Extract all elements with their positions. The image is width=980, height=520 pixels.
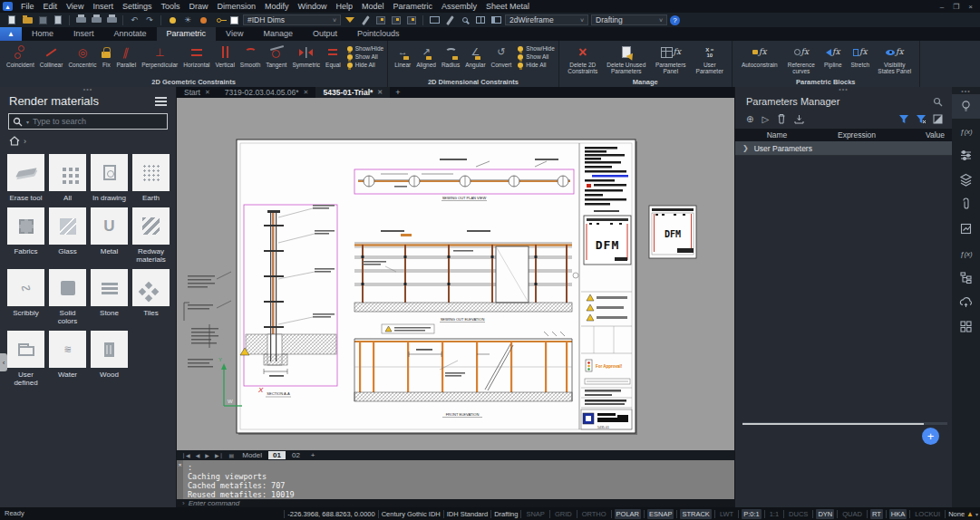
- visibility-states-panel-button[interactable]: ƒxVisibility States Panel: [874, 43, 916, 78]
- smooth-button[interactable]: Smooth: [238, 43, 263, 78]
- components-strip-button[interactable]: [952, 314, 980, 339]
- convert-button[interactable]: ↺Convert: [489, 43, 515, 78]
- material-tile-erase[interactable]: Erase tool: [7, 154, 44, 202]
- print-icon[interactable]: [74, 14, 87, 26]
- panel-collapse-arrow[interactable]: ‹: [0, 353, 7, 371]
- close-icon[interactable]: ✕: [205, 89, 210, 96]
- tab-output[interactable]: Output: [303, 27, 347, 41]
- vertical-button[interactable]: Vertical: [213, 43, 238, 78]
- render-materials-strip-button[interactable]: [952, 94, 980, 119]
- sun-icon[interactable]: ☀: [181, 14, 194, 26]
- toggle-quad[interactable]: QUAD: [840, 509, 864, 519]
- material-tile-tiles[interactable]: Tiles: [132, 269, 170, 325]
- material-tile-metal[interactable]: UMetal: [91, 207, 128, 264]
- import-icon[interactable]: [794, 114, 804, 124]
- material-tile-user-defined[interactable]: User defined: [7, 331, 44, 387]
- toggle-esnap[interactable]: ESNAP: [647, 509, 674, 519]
- home-icon[interactable]: [9, 136, 20, 146]
- toggle-polar[interactable]: POLAR: [615, 509, 641, 519]
- material-tile-redway[interactable]: Redway materials: [132, 207, 170, 264]
- restore-button[interactable]: ❐: [953, 3, 959, 11]
- menu-settings[interactable]: Settings: [118, 0, 157, 13]
- menu-draw[interactable]: Draw: [184, 0, 212, 13]
- linear-button[interactable]: ↔Linear: [392, 43, 413, 78]
- dim-style-field[interactable]: IDH Standard: [447, 510, 488, 518]
- redo-icon[interactable]: ↷: [143, 14, 156, 26]
- material-tile-solid-colors[interactable]: Solid colors: [49, 269, 86, 325]
- filter-icon[interactable]: [898, 114, 909, 124]
- properties-strip-button[interactable]: [952, 143, 980, 168]
- parameters-panel-button[interactable]: ƒxParameters Panel: [650, 43, 692, 78]
- toggle-rt[interactable]: RT: [870, 509, 883, 519]
- monitor-icon[interactable]: [428, 14, 441, 26]
- column-expression[interactable]: Expression: [819, 130, 895, 140]
- autoconstrain-button[interactable]: ƒxAutoconstrain: [736, 43, 783, 78]
- warning-icon[interactable]: ▲: [966, 510, 974, 518]
- column-value[interactable]: Value: [895, 130, 952, 140]
- first-layout-button[interactable]: ❘◀: [180, 452, 192, 458]
- edit-icon[interactable]: [359, 14, 372, 26]
- geo-showall-toggle[interactable]: Show All: [347, 53, 383, 60]
- coincident-button[interactable]: Coincident: [4, 43, 37, 78]
- chevron-down-icon[interactable]: ▾: [975, 511, 978, 517]
- model-tab[interactable]: Model: [238, 451, 267, 459]
- material-tile-earth[interactable]: Earth: [132, 154, 170, 202]
- delete-2d-constraints-button[interactable]: ×Delete 2D Constraints: [563, 43, 603, 78]
- minimize-button[interactable]: –: [940, 3, 944, 11]
- structure-strip-button[interactable]: [952, 265, 980, 290]
- hamburger-menu-icon[interactable]: [155, 97, 167, 106]
- toggle-lockui[interactable]: LOCKUI: [913, 509, 942, 519]
- symmetric-button[interactable]: Symmetric: [289, 43, 323, 78]
- new-document-tab-button[interactable]: +: [390, 88, 405, 97]
- cloud-strip-button[interactable]: [952, 290, 980, 314]
- column-name[interactable]: Name: [735, 130, 819, 140]
- layout-list-icon[interactable]: ▤: [228, 452, 237, 458]
- annotation-scale-field[interactable]: None: [948, 510, 965, 518]
- toggle-ducs[interactable]: DUCS: [787, 509, 810, 519]
- menu-help[interactable]: Help: [332, 0, 358, 13]
- prev-layout-button[interactable]: ◀: [194, 452, 202, 458]
- filter-clear-icon[interactable]: [916, 114, 927, 124]
- parameters-strip-button[interactable]: ƒ(x): [952, 119, 980, 143]
- dim-showhide-toggle[interactable]: Show/Hide: [518, 45, 554, 52]
- save-as-icon[interactable]: [52, 14, 64, 26]
- parallel-button[interactable]: ∥Parallel: [113, 43, 139, 78]
- play-icon[interactable]: ▷: [762, 114, 769, 124]
- fx-secondary-strip-button[interactable]: ƒ(x): [952, 241, 980, 265]
- user-parameter-button[interactable]: X =10User Parameter: [692, 43, 728, 78]
- tool-icon-3[interactable]: [405, 14, 418, 26]
- command-history[interactable]: ✕ : Caching viewports Cached metafiles: …: [177, 460, 734, 499]
- reference-curves-button[interactable]: ƒxReference curves: [783, 43, 820, 78]
- close-button[interactable]: ×: [968, 3, 973, 11]
- new-layout-button[interactable]: +: [306, 451, 320, 459]
- geo-showhide-toggle[interactable]: Show/Hide: [347, 45, 383, 52]
- menu-insert[interactable]: Insert: [88, 0, 118, 13]
- pipline-button[interactable]: ƒxPipline: [820, 43, 847, 78]
- zoom-icon[interactable]: [459, 14, 471, 26]
- menu-model[interactable]: Model: [357, 0, 389, 13]
- menu-edit[interactable]: Edit: [39, 0, 63, 13]
- toggle-p01[interactable]: P:0:1: [742, 509, 762, 519]
- fix-button[interactable]: Fix: [99, 43, 113, 78]
- panel-icon[interactable]: [490, 14, 502, 26]
- geo-hideall-toggle[interactable]: Hide All: [347, 62, 383, 68]
- tab-insert[interactable]: Insert: [63, 27, 104, 41]
- material-tile-stone[interactable]: Stone: [91, 269, 128, 325]
- strip-drag-handle[interactable]: •••: [952, 87, 980, 94]
- drawing-canvas[interactable]: DFM For Approval!: [177, 98, 734, 450]
- layout-tab-02[interactable]: 02: [287, 451, 305, 459]
- save-icon[interactable]: [36, 14, 49, 26]
- filter-icon[interactable]: [344, 14, 356, 26]
- layers-strip-button[interactable]: [952, 168, 980, 192]
- layer-combobox[interactable]: #IDH Dims˅: [243, 14, 341, 25]
- lamp-icon[interactable]: [166, 14, 179, 26]
- tab-home[interactable]: Home: [22, 27, 63, 41]
- new-document-icon[interactable]: [5, 14, 18, 26]
- delete-unused-parameters-button[interactable]: Delete Unused Parameters: [603, 43, 650, 78]
- sheets-strip-button[interactable]: [952, 217, 980, 241]
- concentric-button[interactable]: ◎Concentric: [65, 43, 99, 78]
- material-tile-fabrics[interactable]: Fabrics: [7, 207, 44, 264]
- horizontal-button[interactable]: Horizontal: [180, 43, 212, 78]
- menu-assembly[interactable]: Assembly: [437, 0, 481, 13]
- menu-view[interactable]: View: [62, 0, 88, 13]
